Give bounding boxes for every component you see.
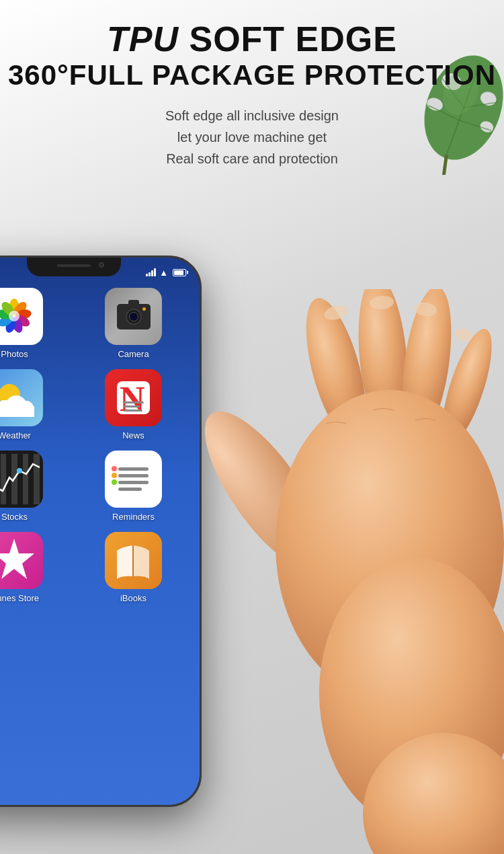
app-icon-camera: [105, 288, 162, 345]
phone-screen: ▲: [0, 258, 200, 805]
svg-rect-34: [118, 474, 149, 477]
app-item-itunes: iTunes Store: [0, 532, 71, 603]
title-line1: TPU SOFT EDGE: [0, 20, 504, 59]
svg-point-32: [17, 468, 22, 473]
svg-point-38: [112, 473, 117, 478]
app-icon-stocks: [0, 451, 43, 508]
app-icon-news: N: [105, 369, 162, 426]
app-icon-weather: [0, 369, 43, 426]
header-section: TPU SOFT EDGE 360°FULL PACKAGE PROTECTIO…: [0, 20, 504, 169]
svg-point-37: [112, 466, 117, 471]
app-icon-reminders: [105, 451, 162, 508]
svg-rect-26: [0, 406, 34, 417]
app-icon-itunes: [0, 532, 43, 589]
app-grid: Photos Camera: [0, 288, 190, 603]
phone-notch: [27, 258, 121, 276]
app-item-weather: Weather: [0, 369, 71, 440]
app-label-reminders: Reminders: [112, 512, 155, 522]
title-line2: 360°FULL PACKAGE PROTECTION: [0, 59, 504, 92]
app-label-news: News: [122, 430, 144, 440]
svg-marker-40: [0, 539, 34, 579]
app-icon-photos: [0, 288, 43, 345]
svg-text:N: N: [120, 380, 145, 418]
app-item-ibooks: iBooks: [77, 532, 190, 603]
app-icon-ibooks: [105, 532, 162, 589]
svg-rect-33: [118, 467, 149, 471]
svg-rect-36: [118, 488, 142, 491]
app-item-camera: Camera: [77, 288, 190, 359]
battery-icon: [173, 269, 186, 276]
app-label-itunes: iTunes Store: [0, 593, 39, 603]
app-label-weather: Weather: [0, 430, 31, 440]
app-label-ibooks: iBooks: [120, 593, 146, 603]
svg-rect-30: [124, 405, 140, 407]
svg-point-21: [9, 311, 19, 321]
app-item-stocks: Stocks: [0, 451, 71, 522]
wifi-icon: ▲: [159, 268, 168, 278]
svg-rect-31: [124, 410, 142, 412]
app-item-photos: Photos: [0, 288, 71, 359]
app-item-reminders: Reminders: [77, 451, 190, 522]
app-item-news: N News: [77, 369, 190, 440]
subtitle: Soft edge all inclusive design let your …: [0, 105, 504, 169]
app-label-photos: Photos: [1, 349, 28, 359]
svg-rect-35: [118, 481, 149, 484]
app-label-stocks: Stocks: [1, 512, 28, 522]
svg-rect-29: [124, 401, 144, 403]
signal-icon: [146, 268, 156, 276]
hand-overlay: [202, 289, 504, 854]
app-label-camera: Camera: [118, 349, 149, 359]
phone-frame: ▲: [0, 256, 202, 807]
svg-point-39: [112, 479, 117, 485]
